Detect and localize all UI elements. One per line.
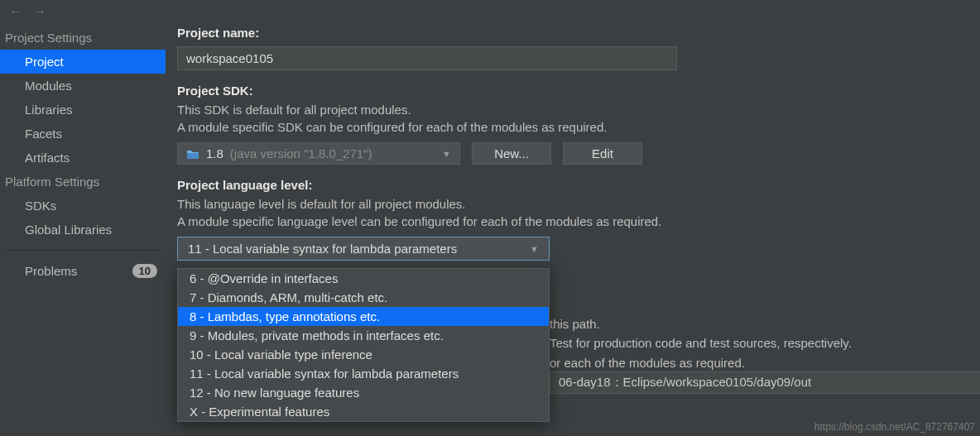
dropdown-item[interactable]: 8 - Lambdas, type annotations etc. xyxy=(178,307,549,326)
dropdown-item[interactable]: 9 - Modules, private methods in interfac… xyxy=(178,326,549,345)
sdk-desc-line2: A module specific SDK can be configured … xyxy=(177,118,968,136)
project-name-label: Project name: xyxy=(177,26,968,40)
new-button[interactable]: New... xyxy=(472,142,551,165)
sidebar-item-problems[interactable]: Problems 10 xyxy=(0,259,166,283)
problems-count-badge: 10 xyxy=(132,264,157,278)
watermark: https://blog.csdn.net/AC_872767407 xyxy=(814,421,975,433)
folder-icon xyxy=(186,148,199,160)
sidebar-heading-platform-settings: Platform Settings xyxy=(0,170,166,194)
project-name-input[interactable] xyxy=(177,46,677,70)
sidebar-item-global-libraries[interactable]: Global Libraries xyxy=(0,218,166,242)
language-level-combo[interactable]: 11 - Local variable syntax for lambda pa… xyxy=(177,237,550,261)
back-icon[interactable]: ← xyxy=(8,3,23,21)
dropdown-item[interactable]: X - Experimental features xyxy=(178,402,549,421)
chevron-down-icon: ▼ xyxy=(530,244,539,254)
sidebar-item-sdks[interactable]: SDKs xyxy=(0,194,166,218)
problems-label: Problems xyxy=(25,264,77,278)
sidebar-item-facets[interactable]: Facets xyxy=(0,122,166,146)
project-sdk-label: Project SDK: xyxy=(177,84,968,98)
compiler-output-path-value: 06-day18：Eclipse/workspace0105/day09/out xyxy=(559,375,811,390)
language-level-dropdown: 6 - @Override in interfaces 7 - Diamonds… xyxy=(177,268,550,422)
compiler-output-path-input[interactable]: 06-day18：Eclipse/workspace0105/day09/out xyxy=(550,371,980,394)
sidebar-item-artifacts[interactable]: Artifacts xyxy=(0,146,166,170)
dropdown-item[interactable]: 12 - No new language features xyxy=(178,383,549,402)
sidebar-divider xyxy=(5,250,161,251)
sdk-combo[interactable]: 1.8 (java version "1.8.0_271") ▼ xyxy=(177,142,460,165)
dropdown-item[interactable]: 11 - Local variable syntax for lambda pa… xyxy=(178,364,549,383)
behind-line1: this path. xyxy=(550,314,980,333)
dropdown-item[interactable]: 6 - @Override in interfaces xyxy=(178,269,549,288)
behind-line3: or each of the modules as required. xyxy=(550,353,980,372)
language-level-value: 11 - Local variable syntax for lambda pa… xyxy=(188,242,457,256)
sidebar-item-modules[interactable]: Modules xyxy=(0,74,166,98)
sidebar-item-libraries[interactable]: Libraries xyxy=(0,98,166,122)
sidebar-item-project[interactable]: Project xyxy=(0,50,166,74)
sidebar: Project Settings Project Modules Librari… xyxy=(0,26,166,436)
forward-icon[interactable]: → xyxy=(31,3,46,21)
dropdown-item[interactable]: 10 - Local variable type inference xyxy=(178,345,549,364)
sdk-desc-line1: This SDK is default for all project modu… xyxy=(177,101,968,118)
compiler-output-desc: this path. Test for production code and … xyxy=(550,314,980,372)
sidebar-heading-project-settings: Project Settings xyxy=(0,26,166,50)
lang-desc-line1: This language level is default for all p… xyxy=(177,195,968,213)
edit-button[interactable]: Edit xyxy=(563,142,642,165)
lang-desc-line2: A module specific language level can be … xyxy=(177,213,968,230)
behind-line2: Test for production code and test source… xyxy=(550,333,980,352)
sdk-combo-main: 1.8 xyxy=(206,146,223,161)
language-level-label: Project language level: xyxy=(177,178,968,192)
dropdown-item[interactable]: 7 - Diamonds, ARM, multi-catch etc. xyxy=(178,288,549,307)
chevron-down-icon: ▼ xyxy=(442,149,451,159)
main-panel: Project name: Project SDK: This SDK is d… xyxy=(166,26,980,436)
sdk-combo-dim: (java version "1.8.0_271") xyxy=(230,146,372,161)
